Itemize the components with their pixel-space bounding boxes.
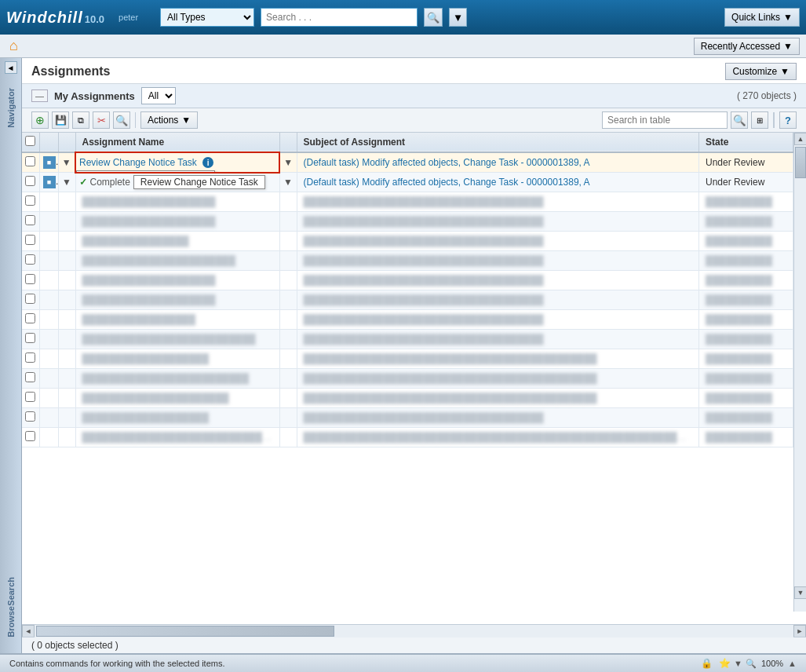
row-checkbox[interactable]: [25, 235, 35, 245]
section-collapse-button[interactable]: —: [31, 89, 48, 102]
row2-checkbox-cell[interactable]: [22, 173, 39, 192]
navigator-sidebar: ◄ Navigator Search Browse: [0, 58, 22, 653]
browse-sidebar-label[interactable]: Browse: [6, 606, 16, 637]
zoom-value: 100%: [761, 659, 783, 668]
row1-expand-cell[interactable]: ▼: [279, 152, 297, 173]
row-checkbox[interactable]: [25, 215, 35, 225]
row1-subject-link[interactable]: (Default task) Modify affected objects, …: [304, 157, 590, 168]
search-type-select[interactable]: All Types: [160, 8, 254, 27]
scroll-thumb[interactable]: [795, 147, 806, 178]
col-select-all[interactable]: [22, 133, 39, 152]
search-sidebar-label[interactable]: Search: [6, 577, 16, 606]
scroll-left-button[interactable]: ◄: [22, 625, 35, 637]
col-subject-header[interactable]: Subject of Assignment: [297, 133, 699, 152]
row1-checkbox-cell[interactable]: [22, 152, 39, 173]
col-expand-header: [279, 133, 297, 152]
row-checkbox[interactable]: [25, 294, 35, 304]
horizontal-scrollbar[interactable]: ◄ ►: [22, 624, 806, 637]
search-input[interactable]: [261, 8, 418, 27]
row2-expand-cell[interactable]: ▼: [279, 173, 297, 192]
row1-action-cell[interactable]: ▼: [58, 152, 75, 173]
logo-text: Windchill: [6, 9, 83, 27]
customize-button[interactable]: Customize ▼: [725, 63, 797, 80]
row1-info-icon[interactable]: i: [202, 157, 213, 168]
row1-action-chevron-icon[interactable]: ▼: [62, 157, 71, 168]
col-action-header: [58, 133, 75, 152]
row-checkbox[interactable]: [25, 352, 35, 363]
view-options-button[interactable]: ⊞: [751, 111, 768, 129]
row-checkbox[interactable]: [25, 392, 35, 402]
row2-state-cell: Under Review: [699, 173, 793, 192]
status-icon-1: 🔒: [701, 658, 713, 669]
row-checkbox[interactable]: [25, 195, 35, 206]
table-row: ■ ▼ ✓ Complete Review Change Notice Task: [22, 173, 793, 192]
row1-state-text: Under Review: [706, 157, 764, 168]
home-button[interactable]: ⌂: [6, 38, 21, 54]
zoom-label: 🔍: [746, 659, 757, 669]
table-row: ████████████████████ ███████████████████…: [22, 212, 793, 232]
col-name-header[interactable]: Assignment Name: [75, 133, 279, 152]
row2-subject-cell: (Default task) Modify affected objects, …: [297, 173, 699, 192]
actions-button[interactable]: Actions ▼: [140, 111, 198, 129]
row2-expand-icon[interactable]: ▼: [283, 177, 293, 188]
table-row: ■ ▼ Review Change Notice Task i Review C: [22, 152, 793, 173]
row2-checkbox[interactable]: [25, 176, 35, 186]
row2-action-chevron-icon[interactable]: ▼: [62, 177, 71, 188]
row1-expand-icon[interactable]: ▼: [283, 157, 293, 168]
zoom-up-button[interactable]: ▲: [788, 659, 797, 668]
nav-toggle-button[interactable]: ◄: [5, 61, 17, 74]
search-icon: 🔍: [427, 12, 439, 24]
add-button[interactable]: ⊕: [31, 111, 49, 129]
delete-button[interactable]: ✂: [93, 111, 110, 129]
my-assignments-label: My Assignments: [54, 90, 135, 102]
select-all-checkbox[interactable]: [25, 136, 35, 146]
row-checkbox[interactable]: [25, 333, 35, 343]
help-button[interactable]: ?: [779, 111, 797, 129]
col-state-header[interactable]: State: [699, 133, 793, 152]
row-checkbox[interactable]: [25, 274, 35, 284]
zoom-down-button[interactable]: ▼: [734, 659, 742, 668]
row2-subject-link[interactable]: (Default task) Modify affected objects, …: [304, 177, 590, 188]
col-icon-header: [39, 133, 58, 152]
delete-icon: ✂: [97, 115, 106, 126]
recently-accessed-button[interactable]: Recently Accessed ▼: [694, 38, 800, 55]
row2-state-text: Under Review: [706, 177, 764, 188]
copy-button[interactable]: ⧉: [72, 111, 89, 129]
row-checkbox[interactable]: [25, 411, 35, 422]
search-button[interactable]: 🔍: [424, 8, 443, 27]
table-row: ██████████████████████████ █████████████…: [22, 330, 793, 349]
row-checkbox[interactable]: [25, 313, 35, 323]
row2-action-cell[interactable]: ▼: [58, 173, 75, 192]
vertical-scrollbar[interactable]: ▲ ▼: [793, 133, 806, 612]
scroll-up-button[interactable]: ▲: [794, 133, 806, 145]
scroll-right-button[interactable]: ►: [793, 625, 806, 637]
save-icon: 💾: [55, 115, 67, 126]
quick-links-chevron-icon: ▼: [783, 12, 793, 23]
row-checkbox[interactable]: [25, 431, 35, 441]
row-checkbox[interactable]: [25, 372, 35, 382]
table-row: ██████████████████████ █████████████████…: [22, 389, 793, 408]
h-scroll-thumb[interactable]: [36, 626, 334, 637]
status-text: Contains commands for working with the s…: [9, 659, 695, 668]
table-row: ████████████████ ███████████████████████…: [22, 232, 793, 251]
search-dropdown-button[interactable]: ▼: [449, 8, 467, 27]
quick-links-button[interactable]: Quick Links ▼: [724, 8, 800, 27]
assignment-filter-select[interactable]: All: [141, 87, 176, 104]
navigator-label: Navigator: [6, 88, 16, 128]
row1-type-icon: ■: [43, 156, 56, 169]
table-search-input[interactable]: [602, 111, 728, 129]
selection-bar: ( 0 objects selected ): [22, 637, 806, 653]
table-search-button[interactable]: 🔍: [731, 111, 748, 129]
row1-name-link[interactable]: Review Change Notice Task: [79, 157, 197, 168]
row1-checkbox[interactable]: [25, 156, 35, 166]
assignments-table: Assignment Name Subject of Assignment St…: [22, 133, 793, 447]
logo-version: 10.0: [85, 13, 104, 25]
row-checkbox[interactable]: [25, 254, 35, 265]
row2-check-icon: ✓: [79, 177, 87, 188]
scroll-track[interactable]: [35, 625, 793, 637]
objects-count: ( 270 objects ): [737, 90, 797, 101]
save-button[interactable]: 💾: [52, 111, 69, 129]
search-toolbar-button[interactable]: 🔍: [113, 111, 130, 129]
scroll-down-button[interactable]: ▼: [794, 586, 806, 599]
table-row: ████████████████████ ███████████████████…: [22, 192, 793, 212]
